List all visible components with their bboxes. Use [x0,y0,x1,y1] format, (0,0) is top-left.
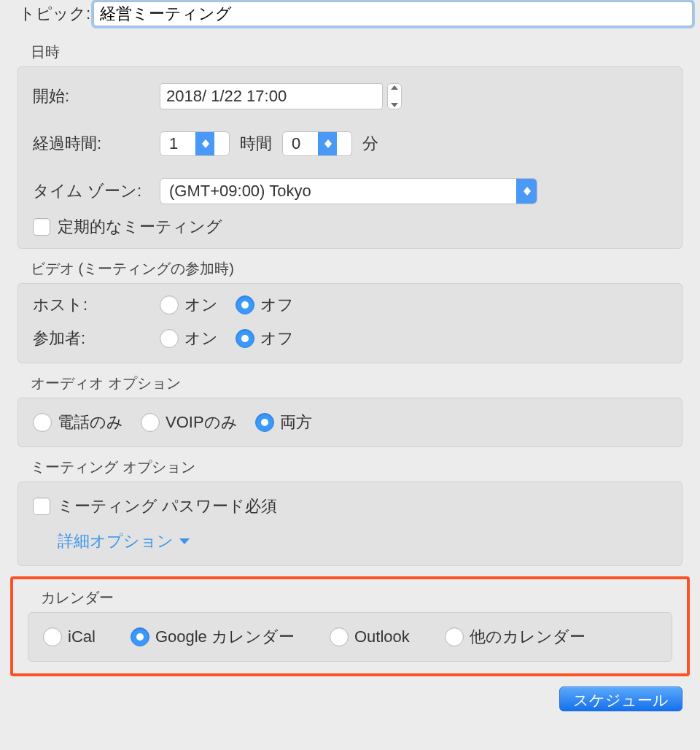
timezone-dropdown[interactable]: (GMT+09:00) Tokyo [160,178,537,204]
duration-label: 経過時間: [33,133,160,155]
section-title-audio: オーディオ オプション [0,363,700,398]
section-title-calendar: カレンダー [20,587,680,612]
participant-off-radio[interactable] [236,329,254,348]
advanced-options-label: 詳細オプション [58,530,174,552]
start-datetime-stepper[interactable] [387,83,402,109]
recurring-checkbox[interactable] [33,218,50,236]
calendar-ical-label: iCal [68,627,96,646]
section-title-video: ビデオ (ミーティングの参加時) [0,249,700,283]
section-title-meeting-options: ミーティング オプション [0,447,700,482]
video-group: ホスト: オン オフ 参加者: オン オフ [18,283,682,363]
calendar-outlook-radio[interactable] [330,627,349,646]
calendar-other-label: 他のカレンダー [470,626,586,648]
calendar-other-radio[interactable] [445,627,464,646]
start-datetime-input[interactable]: 2018/ 1/22 17:00 [160,83,383,109]
chevron-down-icon [324,144,332,148]
participant-on-radio[interactable] [160,329,179,348]
host-label: ホスト: [33,294,160,316]
start-label: 開始: [33,85,160,107]
duration-hours-arrows[interactable] [195,132,214,155]
datetime-group: 開始: 2018/ 1/22 17:00 経過時間: 1 時間 0 [18,66,682,249]
minutes-unit-label: 分 [362,133,378,155]
audio-both-radio[interactable] [255,413,274,432]
advanced-options-link[interactable]: 詳細オプション [58,530,190,552]
chevron-down-icon [391,103,398,107]
chevron-down-icon [524,191,531,196]
audio-phone-label: 電話のみ [58,411,123,433]
participant-off-label: オフ [260,328,294,349]
timezone-arrows[interactable] [516,179,537,204]
duration-minutes-select[interactable]: 0 [282,131,352,156]
host-on-label: オン [184,294,218,316]
password-required-checkbox[interactable] [33,498,50,515]
calendar-outlook-label: Outlook [354,627,410,646]
duration-minutes-arrows[interactable] [318,132,337,155]
password-required-label: ミーティング パスワード必須 [58,495,277,517]
calendar-ical-radio[interactable] [43,627,62,646]
host-off-radio[interactable] [236,295,254,314]
participant-label: 参加者: [33,328,160,349]
calendar-group: iCal Google カレンダー Outlook 他のカレンダー [28,612,672,662]
topic-input[interactable] [93,1,693,26]
audio-both-label: 両方 [280,411,312,433]
audio-group: 電話のみ VOIPのみ 両方 [18,398,682,447]
hours-unit-label: 時間 [240,133,272,155]
participant-on-label: オン [184,328,218,349]
duration-minutes-value: 0 [283,132,318,155]
calendar-highlight: カレンダー iCal Google カレンダー Outlook 他のカレンダー [10,576,690,676]
calendar-google-label: Google カレンダー [155,626,295,648]
audio-voip-label: VOIPのみ [166,411,238,433]
recurring-label: 定期的なミーティング [58,216,222,238]
timezone-label: タイム ゾーン: [33,180,160,202]
calendar-google-radio[interactable] [131,627,149,646]
schedule-button[interactable]: スケジュール [559,687,682,711]
chevron-up-icon [391,85,398,90]
duration-hours-value: 1 [160,132,195,155]
duration-hours-select[interactable]: 1 [160,131,230,156]
chevron-down-icon [179,538,190,544]
chevron-down-icon [202,144,209,148]
audio-phone-radio[interactable] [33,413,52,432]
topic-label: トピック: [18,3,90,25]
host-on-radio[interactable] [160,295,179,314]
meeting-options-group: ミーティング パスワード必須 詳細オプション [18,482,682,566]
timezone-value: (GMT+09:00) Tokyo [160,179,516,204]
section-title-datetime: 日時 [0,32,700,66]
audio-voip-radio[interactable] [141,413,160,432]
host-off-label: オフ [260,294,294,316]
